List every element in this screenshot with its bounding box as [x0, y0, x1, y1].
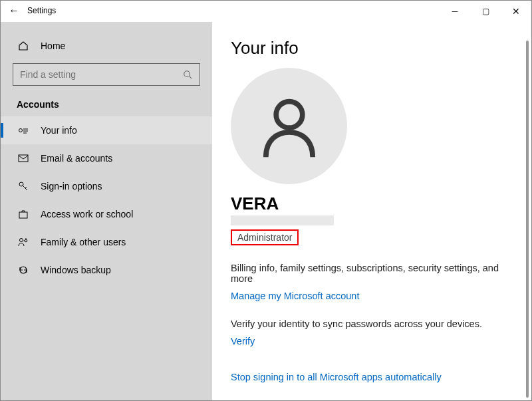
search-box[interactable] — [13, 63, 200, 86]
sidebar-item-label: Access work or school — [41, 209, 133, 219]
sidebar-item-label: Windows backup — [41, 265, 111, 275]
avatar[interactable] — [231, 68, 347, 184]
window-title: Settings — [27, 6, 56, 15]
billing-description: Billing info, family settings, subscript… — [231, 263, 513, 284]
key-icon — [18, 181, 29, 192]
sidebar-item-label: Your info — [41, 125, 77, 136]
scrollbar[interactable] — [526, 41, 529, 398]
sidebar-section-title: Accounts — [1, 87, 212, 116]
account-role: Administrator — [231, 229, 299, 245]
sidebar-item-access-work-school[interactable]: Access work or school — [1, 200, 212, 228]
page-title: Your info — [231, 38, 513, 59]
search-icon — [182, 69, 193, 80]
svg-rect-6 — [19, 155, 28, 162]
sidebar-item-email-accounts[interactable]: Email & accounts — [1, 144, 212, 172]
maximize-button[interactable]: ▢ — [470, 1, 501, 22]
svg-rect-8 — [19, 212, 27, 218]
mail-icon — [18, 153, 29, 164]
people-icon — [18, 237, 29, 247]
verify-description: Verify your identity to sync passwords a… — [231, 319, 513, 329]
briefcase-icon — [18, 209, 29, 219]
person-card-icon — [18, 125, 29, 136]
sidebar: Home Accounts Your info Email & accounts… — [1, 22, 212, 401]
sidebar-item-label: Sign-in options — [41, 181, 102, 192]
sidebar-item-family-users[interactable]: Family & other users — [1, 228, 212, 256]
stop-signin-link[interactable]: Stop signing in to all Microsoft apps au… — [231, 372, 513, 382]
manage-account-link[interactable]: Manage my Microsoft account — [231, 291, 513, 301]
home-label: Home — [41, 41, 65, 51]
sidebar-item-windows-backup[interactable]: Windows backup — [1, 256, 212, 284]
home-icon — [18, 41, 29, 51]
verify-link[interactable]: Verify — [231, 336, 513, 346]
content-area: Your info VERA Administrator Billing inf… — [212, 25, 531, 400]
svg-point-10 — [25, 239, 27, 242]
back-button[interactable]: ← — [9, 5, 19, 17]
minimize-button[interactable]: ─ — [440, 1, 470, 22]
sync-icon — [18, 265, 29, 275]
svg-point-2 — [19, 129, 23, 132]
user-email-redacted — [231, 215, 334, 225]
svg-point-13 — [276, 101, 303, 128]
title-bar: ← Settings ─ ▢ ✕ — [1, 1, 531, 22]
svg-point-0 — [184, 71, 190, 77]
search-input[interactable] — [20, 69, 167, 80]
sidebar-item-label: Email & accounts — [41, 153, 112, 164]
user-name: VERA — [231, 194, 513, 214]
sidebar-item-label: Family & other users — [41, 237, 126, 247]
home-nav[interactable]: Home — [1, 34, 212, 58]
sidebar-item-signin-options[interactable]: Sign-in options — [1, 172, 212, 200]
sidebar-item-your-info[interactable]: Your info — [1, 116, 212, 144]
svg-point-9 — [20, 239, 23, 242]
close-button[interactable]: ✕ — [501, 1, 531, 22]
svg-line-1 — [190, 76, 192, 79]
